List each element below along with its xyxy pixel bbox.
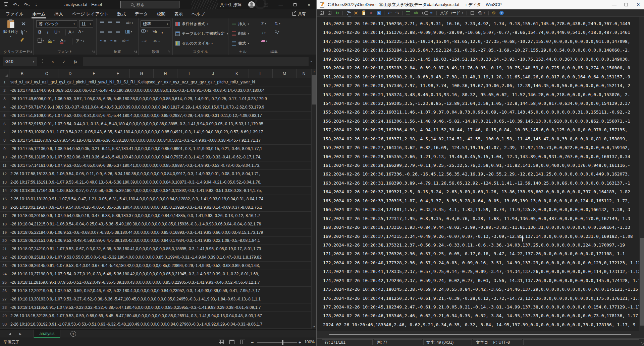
phonetic-guide-button[interactable]: ア⁼▾ — [76, 39, 84, 44]
row-number[interactable]: 19 — [0, 228, 9, 236]
customize-qat-button[interactable]: ▾ — [35, 2, 37, 8]
fill-color-button[interactable]: ◇▾ — [48, 39, 55, 43]
zoom-slider-track[interactable] — [257, 342, 297, 343]
delete-button[interactable]: × — [368, 10, 375, 16]
charset-dropdown[interactable]: 文字コード▾ — [438, 10, 465, 16]
table-row[interactable]: 12 2-26 10:17:58,15133,0.9,-1.06,9.54,-0… — [0, 170, 311, 178]
decrease-decimal-button[interactable]: .00→ — [153, 39, 160, 43]
row-number[interactable]: 22 — [0, 253, 9, 261]
row-number[interactable]: 23 — [0, 262, 9, 270]
percent-format-button[interactable]: % — [153, 29, 157, 34]
next-sheet-button[interactable]: ▶ — [15, 330, 25, 338]
redo-button[interactable]: ↷ — [394, 10, 401, 16]
zoom-percent[interactable]: 100% — [304, 338, 315, 346]
row-number[interactable]: 21 — [0, 245, 9, 253]
winscp-maximize-button[interactable] — [620, 0, 632, 9]
row-number[interactable]: 9 — [0, 145, 9, 153]
ribbon-tab[interactable]: ファイル — [1, 9, 28, 18]
name-box[interactable]: G10▾ — [3, 57, 37, 66]
table-row[interactable]: 1 sed_x,l_ax,l_ay,l_az,l_gx,l_gy,l_gz,l_… — [0, 78, 311, 86]
confirm-entry-button[interactable]: ✓ — [59, 57, 69, 66]
row-number[interactable]: 25 — [0, 278, 9, 286]
table-row[interactable]: 9 -26 10:17:55,12136,0.9,-1.08,9.54,0.53… — [0, 145, 311, 153]
grid-vertical-scrollbar[interactable]: ▲ ▼ — [311, 69, 316, 329]
row-number[interactable]: 20 — [0, 237, 9, 245]
delete-cells-button[interactable]: 削除▾ — [232, 31, 249, 36]
ribbon-tab[interactable]: ホーム — [28, 9, 50, 18]
conditional-formatting-button[interactable]: 条件付き書式▾ — [175, 21, 208, 26]
row-number[interactable]: 7 — [0, 128, 9, 136]
clear-button[interactable]: ▾ — [261, 40, 267, 42]
spreadsheet-grid[interactable]: 1 sed_x,l_ax,l_ay,l_az,l_gx,l_gy,l_gz,l_… — [0, 78, 311, 329]
winscp-close-button[interactable]: × — [632, 0, 644, 9]
clipboard-dialog-launcher[interactable] — [29, 51, 32, 53]
avatar[interactable] — [248, 1, 255, 8]
align-top-button[interactable] — [100, 21, 104, 24]
row-number[interactable]: 2 — [0, 86, 9, 94]
insert-cells-button[interactable]: 挿入▾ — [232, 21, 249, 26]
table-row[interactable]: 28 -26 10:18:14,31165,0.91,-1.07,9.53,-0… — [0, 303, 311, 312]
italic-button[interactable]: I — [47, 29, 48, 35]
table-row[interactable]: 15 2-26 10:18:01,18130,0.91,-1.07,9.54,-… — [0, 195, 311, 203]
ribbon-tab[interactable]: ページ レイアウト — [67, 9, 113, 18]
zoom-out-button[interactable]: − — [251, 338, 254, 346]
orientation-button[interactable]: ab⤴▾ — [126, 21, 133, 24]
table-row[interactable]: 2 -26 10:17:48,5144,0.9,-1.06,9.52,0.55,… — [0, 86, 311, 95]
table-row[interactable]: 27 -26 10:18:13,30193,0.9,-1.07,9.53,-0.… — [0, 295, 311, 303]
find-select-button[interactable]: ▾ — [275, 30, 279, 33]
column-header[interactable]: B — [9, 69, 35, 78]
prev-sheet-button[interactable]: ◀ — [5, 330, 15, 338]
row-number[interactable]: 12 — [0, 170, 9, 178]
bold-button[interactable]: B — [38, 29, 41, 34]
redo-button[interactable]: ↷▾ — [24, 2, 30, 8]
select-all-button[interactable]: a — [375, 10, 382, 16]
column-header[interactable]: J — [201, 69, 225, 78]
row-number[interactable]: 14 — [0, 187, 9, 195]
normal-view-button[interactable] — [219, 340, 224, 344]
row-number[interactable]: 13 — [0, 178, 9, 186]
borders-button[interactable]: ▾ — [38, 39, 44, 43]
settings-button[interactable]: ⚙ — [490, 10, 497, 16]
ribbon-tab[interactable]: データ — [130, 9, 153, 18]
editor-vertical-scrollbar[interactable] — [639, 17, 644, 331]
scroll-down-icon[interactable]: ▼ — [312, 324, 316, 329]
fill-button[interactable]: ↓▾ — [261, 30, 266, 35]
ribbon-tab[interactable]: 数式 — [113, 9, 130, 18]
table-row[interactable]: 20 -26 10:18:06,23151,0.9,-1.06,9.53,-0.… — [0, 237, 311, 245]
row-number[interactable]: 5 — [0, 112, 9, 120]
sort-filter-button[interactable]: ⇅▾ — [275, 21, 280, 26]
ribbon-tab[interactable]: 校閲 — [152, 9, 170, 18]
table-row[interactable]: 30 2-26 10:18:16,33192,0.91,-1.07,9.53,-… — [0, 320, 311, 329]
ribbon-tab[interactable]: 表示 — [170, 9, 187, 18]
paste-button[interactable]: 貼り付け ▾ — [2, 20, 19, 38]
formula-input[interactable] — [83, 57, 309, 66]
column-header[interactable] — [0, 69, 9, 78]
row-number[interactable]: 11 — [0, 161, 9, 169]
maximize-button[interactable] — [290, 0, 300, 9]
column-header[interactable]: N — [297, 69, 311, 78]
column-header[interactable]: G — [130, 69, 154, 78]
color-dropdown[interactable]: 色▾ — [476, 10, 487, 16]
undo-button[interactable]: ↶ — [386, 10, 393, 16]
number-dialog-launcher[interactable] — [168, 51, 171, 53]
align-middle-button[interactable] — [108, 21, 112, 24]
row-number[interactable]: 28 — [0, 303, 9, 312]
table-row[interactable]: 17 -26 10:18:03,20158,0.9,-1.07,9.54,0.3… — [0, 212, 311, 220]
column-header[interactable]: L — [249, 69, 273, 78]
format-cells-button[interactable]: 書式▾ — [232, 41, 249, 46]
save-as-button[interactable] — [326, 10, 333, 16]
ribbon-display-options-button[interactable] — [261, 0, 271, 9]
ribbon-tab[interactable]: 挿入 — [50, 9, 67, 18]
winscp-minimize-button[interactable]: — — [608, 0, 620, 9]
copy-button[interactable]: ▾ — [21, 30, 27, 33]
new-sheet-button[interactable]: + — [70, 331, 76, 337]
cancel-entry-button[interactable]: × — [48, 57, 58, 66]
font-name-select[interactable]: 游ゴシック▾ — [36, 20, 77, 27]
table-row[interactable]: 19 -26 10:18:05,22184,0.9,-1.06,9.53,-0.… — [0, 228, 311, 237]
row-number[interactable]: 27 — [0, 295, 9, 303]
table-row[interactable]: 3 -26 10:17:49,6096,0.91,-1.06,9.53,-0.5… — [0, 95, 311, 103]
insert-function-button[interactable]: fx — [70, 57, 80, 66]
font-dialog-launcher[interactable] — [92, 51, 95, 53]
cell-styles-button[interactable]: セルのスタイル▾ — [175, 41, 213, 46]
row-number[interactable]: 3 — [0, 95, 9, 103]
